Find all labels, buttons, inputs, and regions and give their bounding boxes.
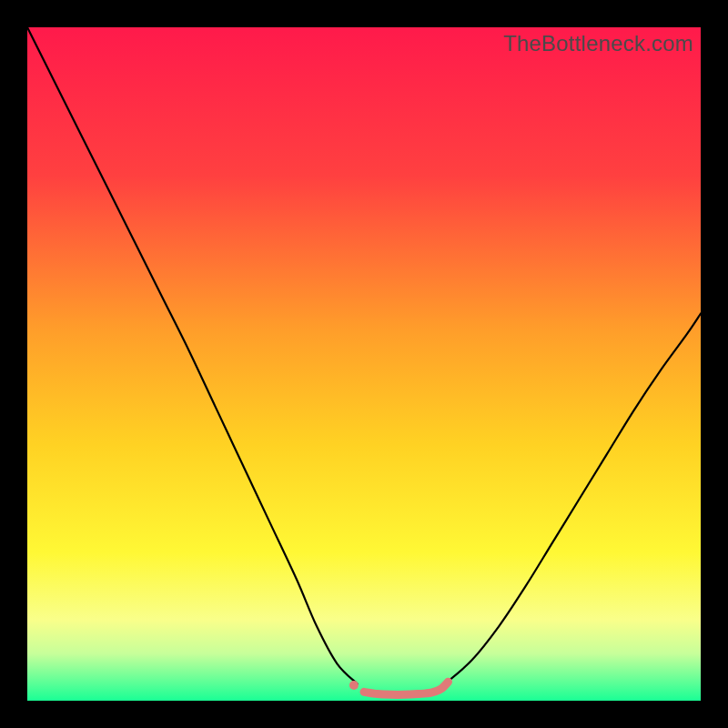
bottleneck-curve-chart: [27, 27, 701, 701]
valley-start-dot: [349, 681, 359, 690]
gradient-background: [27, 27, 701, 701]
chart-frame: TheBottleneck.com: [27, 27, 701, 701]
watermark-label: TheBottleneck.com: [503, 31, 693, 56]
